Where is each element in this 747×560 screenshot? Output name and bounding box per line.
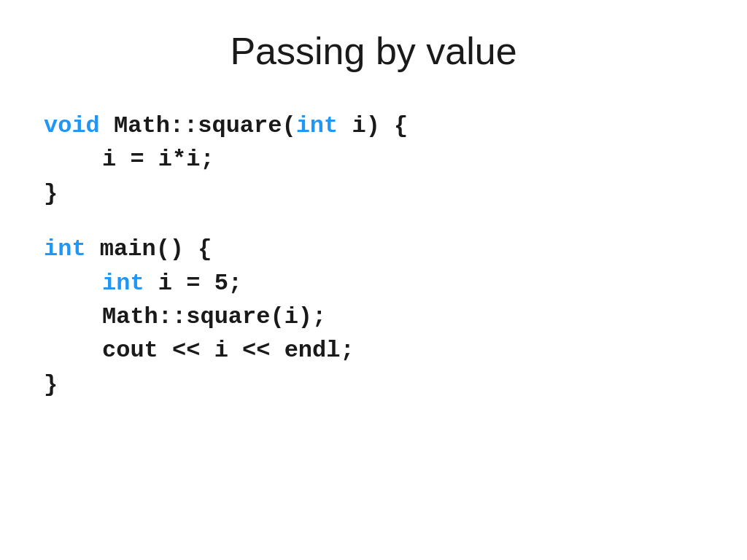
cout-statement: cout << i << endl; xyxy=(102,337,355,364)
function-definition: void Math::square(int i) { i = i*i; } xyxy=(44,109,703,211)
main-body-line-3: cout << i << endl; xyxy=(44,334,703,368)
function-body-line: i = i*i; xyxy=(44,143,703,176)
function-signature: Math::square( xyxy=(100,112,296,139)
code-block: void Math::square(int i) { i = i*i; } in… xyxy=(44,109,703,424)
int-keyword-decl: int xyxy=(102,270,144,297)
main-function: int main() { int i = 5; Math::square(i);… xyxy=(44,233,703,402)
void-keyword: void xyxy=(44,112,100,139)
int-keyword-param: int xyxy=(296,112,338,139)
main-signature: main() { xyxy=(86,236,212,262)
slide-title: Passing by value xyxy=(44,29,703,73)
function-body-content: i = i*i; xyxy=(102,146,214,173)
math-square-call: Math::square(i); xyxy=(102,303,326,330)
main-line-1: int main() { xyxy=(44,233,703,266)
slide: Passing by value void Math::square(int i… xyxy=(0,0,747,560)
function-line-1: void Math::square(int i) { xyxy=(44,109,703,143)
main-closing-brace: } xyxy=(44,368,703,402)
main-body-line-2: Math::square(i); xyxy=(44,300,703,334)
function-closing-brace: } xyxy=(44,177,703,211)
main-body-line-1: int i = 5; xyxy=(44,267,703,300)
int-keyword-main: int xyxy=(44,236,86,262)
function-param-rest: i) { xyxy=(338,112,408,139)
main-decl-rest: i = 5; xyxy=(144,270,242,297)
